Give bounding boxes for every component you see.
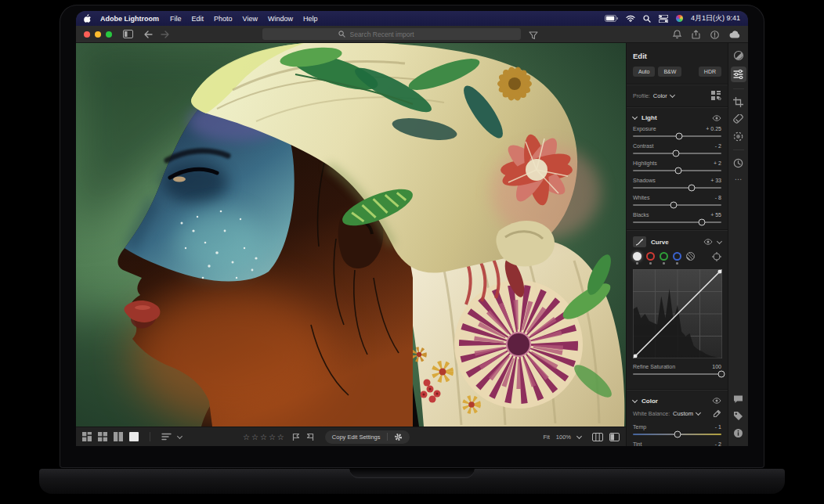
- square-grid-view-icon[interactable]: [98, 432, 107, 441]
- sort-chevron-icon[interactable]: [177, 433, 183, 438]
- share-icon[interactable]: [692, 30, 700, 39]
- filter-icon[interactable]: [529, 29, 538, 43]
- menubar-app-name[interactable]: Adobe Lightroom: [100, 15, 159, 23]
- menubar-clock[interactable]: 4月1日(火) 9:41: [691, 13, 740, 23]
- curve-endpoint[interactable]: [634, 354, 638, 358]
- light-visibility-eye-icon[interactable]: [712, 115, 721, 121]
- curve-channel-blue[interactable]: [673, 252, 681, 261]
- photo-canvas[interactable]: [76, 43, 626, 427]
- slider-knob[interactable]: [670, 202, 677, 209]
- versions-clock-icon[interactable]: [733, 158, 743, 168]
- slider-track[interactable]: [633, 373, 721, 375]
- profile-chevron-icon[interactable]: [670, 92, 675, 97]
- slider-track[interactable]: [633, 187, 721, 189]
- white-balance-row[interactable]: White Balance: Custom: [633, 409, 721, 418]
- zoom-fit-label[interactable]: Fit: [543, 434, 549, 441]
- star-rating[interactable]: ☆☆☆☆☆: [243, 433, 286, 441]
- sort-icon[interactable]: [161, 433, 172, 441]
- search-bar[interactable]: [262, 28, 521, 40]
- hdr-button[interactable]: HDR: [699, 67, 721, 77]
- color-visibility-eye-icon[interactable]: [712, 398, 721, 404]
- bw-button[interactable]: B&W: [658, 67, 681, 77]
- battery-icon[interactable]: [605, 15, 618, 22]
- presets-icon[interactable]: [733, 50, 744, 61]
- curve-section-header[interactable]: Curve: [633, 236, 721, 247]
- curve-channel-green[interactable]: [660, 252, 668, 261]
- healing-icon[interactable]: [733, 114, 743, 124]
- close-button[interactable]: [84, 31, 90, 38]
- menu-window[interactable]: Window: [268, 15, 293, 23]
- curve-channel-all[interactable]: [633, 252, 641, 261]
- menubar-app-icon[interactable]: [676, 15, 683, 22]
- keywords-tag-icon[interactable]: [733, 411, 743, 421]
- slider-knob[interactable]: [688, 185, 696, 192]
- more-options-icon[interactable]: …: [735, 175, 743, 180]
- slider-tint[interactable]: Tint- 2: [633, 441, 721, 447]
- slider-refine-saturation[interactable]: Refine Saturation100: [633, 364, 721, 375]
- slider-knob[interactable]: [673, 150, 680, 157]
- curve-visibility-eye-icon[interactable]: [703, 239, 713, 245]
- spotlight-search-icon[interactable]: [643, 15, 651, 23]
- curve-channel-red[interactable]: [646, 252, 655, 261]
- detail-view-icon[interactable]: [129, 432, 139, 441]
- back-arrow-icon[interactable]: [144, 31, 153, 38]
- menu-file[interactable]: File: [170, 15, 182, 23]
- pick-flag-icon[interactable]: [292, 433, 300, 441]
- profile-value[interactable]: Color: [653, 92, 667, 99]
- slider-track[interactable]: [633, 135, 721, 137]
- zoom-chevron-icon[interactable]: [576, 433, 582, 438]
- slider-blacks[interactable]: Blacks+ 55: [633, 212, 721, 223]
- comments-icon[interactable]: [733, 394, 743, 404]
- slider-track[interactable]: [633, 434, 721, 435]
- menu-help[interactable]: Help: [303, 15, 318, 23]
- slider-knob[interactable]: [698, 219, 705, 226]
- white-balance-value[interactable]: Custom: [673, 410, 693, 417]
- photo-grid-toggle-icon[interactable]: [123, 30, 133, 38]
- sync-status-icon[interactable]: [710, 31, 719, 39]
- slider-shadows[interactable]: Shadows+ 33: [633, 178, 721, 189]
- slider-knob[interactable]: [674, 167, 681, 175]
- reject-flag-icon[interactable]: [306, 433, 314, 441]
- zoom-window-button[interactable]: [106, 31, 112, 38]
- color-section-header[interactable]: Color: [633, 398, 721, 405]
- crop-icon[interactable]: [733, 97, 743, 107]
- forward-arrow-icon[interactable]: [161, 31, 169, 38]
- slider-knob[interactable]: [674, 430, 681, 437]
- search-input[interactable]: [349, 30, 446, 39]
- targeted-adjustment-icon[interactable]: [712, 252, 721, 261]
- eyedropper-icon[interactable]: [713, 409, 721, 418]
- apple-menu[interactable]: [84, 14, 91, 23]
- slider-knob[interactable]: [718, 370, 725, 377]
- copy-edit-settings-button[interactable]: Copy Edit Settings: [332, 434, 381, 441]
- wifi-icon[interactable]: [626, 15, 635, 22]
- slider-whites[interactable]: Whites- 8: [633, 195, 721, 206]
- slider-temp[interactable]: Temp- 1: [633, 424, 721, 435]
- tone-curve-graph[interactable]: [633, 269, 722, 358]
- masking-icon[interactable]: [733, 131, 743, 142]
- slider-track[interactable]: [633, 170, 721, 171]
- compare-view-icon[interactable]: [114, 432, 123, 441]
- slider-track[interactable]: [633, 153, 721, 154]
- curve-button[interactable]: [633, 236, 646, 247]
- minimize-button[interactable]: [95, 31, 101, 38]
- slider-contrast[interactable]: Contrast- 2: [633, 143, 721, 154]
- filmstrip-icon[interactable]: [592, 433, 603, 441]
- light-section-header[interactable]: Light: [633, 114, 721, 121]
- info-icon[interactable]: [733, 428, 743, 438]
- curve-endpoint[interactable]: [718, 269, 722, 273]
- light-collapse-chevron-icon[interactable]: [632, 114, 638, 120]
- edit-tool-active[interactable]: [731, 67, 746, 82]
- menu-view[interactable]: View: [243, 15, 258, 23]
- auto-button[interactable]: Auto: [633, 67, 655, 77]
- curve-channel-parametric[interactable]: [686, 252, 695, 261]
- control-center-icon[interactable]: [659, 15, 668, 23]
- slider-highlights[interactable]: Highlights+ 2: [633, 160, 721, 171]
- slider-track[interactable]: [633, 204, 721, 206]
- zoom-level[interactable]: 100%: [556, 434, 571, 441]
- notifications-bell-icon[interactable]: [673, 30, 681, 39]
- before-after-icon[interactable]: [609, 433, 620, 441]
- profile-row[interactable]: Profile: Color: [633, 91, 721, 100]
- cloud-icon[interactable]: [729, 31, 740, 38]
- slider-track[interactable]: [633, 221, 721, 223]
- white-balance-chevron-icon[interactable]: [696, 409, 701, 415]
